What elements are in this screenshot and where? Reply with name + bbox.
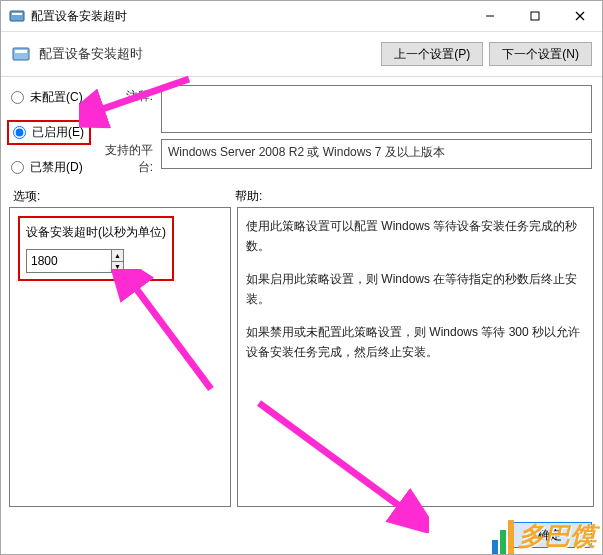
config-fields: 注释: 支持的平台: Windows Server 2008 R2 或 Wind… xyxy=(91,85,592,176)
radio-not-configured[interactable]: 未配置(C) xyxy=(11,89,91,106)
radio-enabled[interactable]: 已启用(E) xyxy=(13,124,85,141)
window-title: 配置设备安装超时 xyxy=(31,8,127,25)
help-heading: 帮助: xyxy=(235,188,590,205)
titlebar: 配置设备安装超时 xyxy=(1,1,602,32)
options-panel: 设备安装超时(以秒为单位) ▲ ▼ xyxy=(9,207,231,507)
watermark: 多巴馍 xyxy=(492,519,596,554)
watermark-bars xyxy=(492,520,514,554)
timeout-spinner[interactable]: ▲ ▼ xyxy=(26,249,124,273)
prev-setting-button[interactable]: 上一个设置(P) xyxy=(381,42,483,66)
spinner-down[interactable]: ▼ xyxy=(112,261,123,273)
subheader-title: 配置设备安装超时 xyxy=(39,45,143,63)
radio-enabled-label: 已启用(E) xyxy=(32,124,84,141)
radio-not-configured-input[interactable] xyxy=(11,91,24,104)
next-setting-button[interactable]: 下一个设置(N) xyxy=(489,42,592,66)
svg-rect-1 xyxy=(12,13,22,15)
subheader: 配置设备安装超时 上一个设置(P) 下一个设置(N) xyxy=(1,32,602,77)
svg-rect-7 xyxy=(15,50,27,53)
maximize-button[interactable] xyxy=(512,1,557,31)
help-p3: 如果禁用或未配置此策略设置，则 Windows 等待 300 秒以允许设备安装任… xyxy=(246,322,585,363)
platform-row: 支持的平台: Windows Server 2008 R2 或 Windows … xyxy=(91,139,592,176)
comment-label: 注释: xyxy=(91,85,153,105)
comment-input[interactable] xyxy=(161,85,592,133)
help-p2: 如果启用此策略设置，则 Windows 在等待指定的秒数后终止安装。 xyxy=(246,269,585,310)
radio-enabled-input[interactable] xyxy=(13,126,26,139)
option-title: 设备安装超时(以秒为单位) xyxy=(26,224,166,241)
state-radio-group: 未配置(C) 已启用(E) 已禁用(D) xyxy=(11,85,91,176)
svg-rect-3 xyxy=(531,12,539,20)
radio-disabled[interactable]: 已禁用(D) xyxy=(11,159,91,176)
options-heading: 选项: xyxy=(13,188,235,205)
platform-value: Windows Server 2008 R2 或 Windows 7 及以上版本 xyxy=(161,139,592,169)
panels: 设备安装超时(以秒为单位) ▲ ▼ 使用此策略设置可以配置 Windows 等待… xyxy=(1,207,602,507)
comment-row: 注释: xyxy=(91,85,592,133)
spinner-up[interactable]: ▲ xyxy=(112,250,123,261)
help-panel: 使用此策略设置可以配置 Windows 等待设备安装任务完成的秒数。 如果启用此… xyxy=(237,207,594,507)
config-area: 未配置(C) 已启用(E) 已禁用(D) 注释: 支持的平台: Windows … xyxy=(1,77,602,180)
radio-not-configured-label: 未配置(C) xyxy=(30,89,83,106)
policy-icon xyxy=(11,44,31,64)
option-highlight: 设备安装超时(以秒为单位) ▲ ▼ xyxy=(18,216,174,281)
radio-disabled-input[interactable] xyxy=(11,161,24,174)
radio-disabled-label: 已禁用(D) xyxy=(30,159,83,176)
timeout-input[interactable] xyxy=(27,250,111,272)
radio-enabled-highlight: 已启用(E) xyxy=(7,120,91,145)
svg-rect-0 xyxy=(10,11,24,21)
dialog-window: 配置设备安装超时 配置设备安装超时 上一个设置(P) 下一个设置(N) xyxy=(0,0,603,555)
platform-label: 支持的平台: xyxy=(91,139,153,176)
close-button[interactable] xyxy=(557,1,602,31)
minimize-button[interactable] xyxy=(467,1,512,31)
watermark-text: 多巴馍 xyxy=(518,519,596,554)
mid-labels: 选项: 帮助: xyxy=(1,180,602,207)
spinner-arrows: ▲ ▼ xyxy=(111,250,123,272)
svg-rect-6 xyxy=(13,48,29,60)
app-icon xyxy=(9,8,25,24)
help-p1: 使用此策略设置可以配置 Windows 等待设备安装任务完成的秒数。 xyxy=(246,216,585,257)
